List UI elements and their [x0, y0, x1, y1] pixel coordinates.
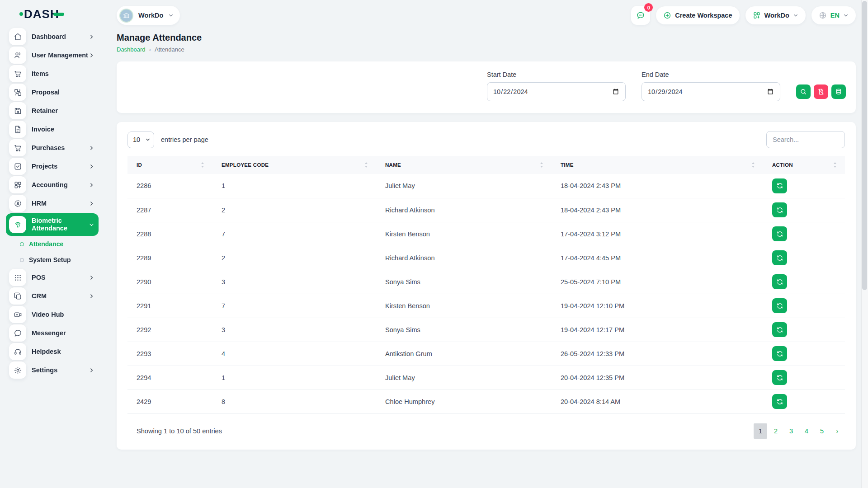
next-page-button[interactable]: ›: [830, 423, 844, 439]
cell-id: 2290: [127, 270, 212, 294]
sidebar-item-proposal[interactable]: Proposal: [6, 84, 99, 101]
file-slash-icon: [817, 88, 825, 95]
cell-action: [763, 389, 845, 413]
cell-id: 2429: [127, 389, 212, 413]
export-data-button[interactable]: [831, 84, 846, 99]
column-header-action[interactable]: ACTION: [763, 156, 845, 174]
sidebar-item-biometric-attendance[interactable]: Biometric Attendance: [6, 213, 99, 236]
column-header-employee-code[interactable]: EMPLOYEE CODE: [212, 156, 376, 174]
scrollbar-thumb[interactable]: [862, 1, 867, 290]
sidebar-subitem-system-setup[interactable]: System Setup: [20, 253, 99, 267]
cell-employee-code: 1: [212, 366, 376, 389]
sidebar-item-label: HRM: [32, 200, 47, 207]
scrollbar[interactable]: [861, 0, 868, 488]
end-date-input[interactable]: [642, 82, 780, 101]
cell-time: 18-04-2024 2:43 PM: [552, 198, 763, 222]
sidebar-item-purchases[interactable]: Purchases: [6, 139, 99, 156]
column-header-id[interactable]: ID: [127, 156, 212, 174]
sync-attendance-button[interactable]: [772, 370, 787, 385]
sidebar-item-retainer[interactable]: Retainer: [6, 102, 99, 119]
sync-attendance-button[interactable]: [772, 202, 787, 217]
apply-filter-button[interactable]: [796, 84, 811, 99]
sync-attendance-button[interactable]: [772, 346, 787, 361]
sidebar-item-settings[interactable]: Settings: [6, 361, 99, 379]
sync-attendance-button[interactable]: [772, 226, 787, 241]
table-controls: 10 entries per page: [127, 131, 845, 148]
sidebar-item-label: Proposal: [32, 89, 60, 96]
sidebar-item-video-hub[interactable]: Video Hub: [6, 306, 99, 323]
breadcrumb-current: Attendance: [155, 46, 184, 53]
sort-icon[interactable]: [201, 162, 204, 168]
sidebar-item-label: Invoice: [32, 126, 54, 133]
page-button-5[interactable]: 5: [815, 423, 829, 439]
sync-attendance-button[interactable]: [772, 250, 787, 265]
app-logo[interactable]: DASH: [19, 8, 64, 20]
language-selector[interactable]: EN: [811, 6, 856, 24]
cell-name: Kirsten Benson: [376, 294, 552, 318]
end-date-label: End Date: [642, 71, 780, 78]
column-header-name[interactable]: NAME: [376, 156, 552, 174]
sidebar-item-crm[interactable]: CRM: [6, 287, 99, 305]
cell-employee-code: 2: [212, 246, 376, 270]
sidebar-nav: DashboardUser ManagementItemsProposalRet…: [6, 28, 99, 379]
workspace-avatar-building-icon: [119, 9, 133, 23]
page-button-3[interactable]: 3: [784, 423, 798, 439]
table-row: 22861Juliet May18-04-2024 2:43 PM: [127, 174, 845, 198]
table-search-input[interactable]: [766, 131, 845, 148]
create-workspace-label: Create Workspace: [675, 12, 732, 19]
search-icon: [800, 88, 807, 95]
sidebar-item-items[interactable]: Items: [6, 65, 99, 82]
breadcrumb-dashboard-link[interactable]: Dashboard: [117, 46, 146, 53]
sidebar-item-dashboard[interactable]: Dashboard: [6, 28, 99, 45]
sidebar-subitem-attendance[interactable]: Attendance: [20, 237, 99, 251]
page-button-1[interactable]: 1: [754, 423, 767, 439]
table-row: 22941Juliet May20-04-2024 12:35 PM: [127, 366, 845, 389]
cell-name: Richard Atkinson: [376, 246, 552, 270]
page-head: Manage Attendance Dashboard › Attendance: [117, 33, 856, 53]
sidebar-item-messenger[interactable]: Messenger: [6, 324, 99, 342]
sidebar-item-label: Biometric Attendance: [32, 217, 79, 232]
sidebar-item-hrm[interactable]: HRM: [6, 195, 99, 212]
cart-icon: [9, 139, 26, 156]
refresh-icon: [776, 230, 783, 238]
start-date-input[interactable]: [487, 82, 626, 101]
page-button-2[interactable]: 2: [769, 423, 783, 439]
sidebar-item-user-management[interactable]: User Management: [6, 47, 99, 64]
page-size-select[interactable]: 10: [127, 131, 154, 148]
sidebar-item-projects[interactable]: Projects: [6, 158, 99, 175]
logo-dot-accent: [19, 12, 23, 16]
page-size-select-wrap: 10: [127, 131, 154, 148]
showing-entries-text: Showing 1 to 10 of 50 entries: [137, 427, 222, 435]
workspace-selector[interactable]: WorkDo: [117, 6, 180, 25]
sync-attendance-button[interactable]: [772, 298, 787, 313]
chevron-right-icon: [89, 367, 94, 373]
sidebar-item-label: User Management: [32, 52, 88, 59]
sidebar-item-label: CRM: [32, 292, 47, 300]
messages-button[interactable]: 0: [631, 6, 650, 25]
sidebar-item-label: Retainer: [32, 107, 58, 115]
sync-attendance-button[interactable]: [772, 274, 787, 289]
sidebar-item-pos[interactable]: POS: [6, 269, 99, 286]
sort-icon[interactable]: [751, 162, 755, 168]
clear-filter-button[interactable]: [814, 84, 828, 99]
table-body: 22861Juliet May18-04-2024 2:43 PM22872Ri…: [127, 174, 845, 413]
invoice-icon: [9, 121, 26, 138]
sync-attendance-button[interactable]: [772, 178, 787, 193]
sidebar-item-invoice[interactable]: Invoice: [6, 121, 99, 138]
table-row: 22934Antikstion Grum26-05-2024 12:33 PM: [127, 342, 845, 366]
sync-attendance-button[interactable]: [772, 394, 787, 409]
sidebar-item-helpdesk[interactable]: Helpdesk: [6, 343, 99, 360]
sort-icon[interactable]: [364, 162, 368, 168]
sync-attendance-button[interactable]: [772, 322, 787, 337]
main-content: WorkDo 0 Create Workspace: [105, 0, 868, 450]
sort-icon[interactable]: [833, 162, 837, 168]
cell-id: 2293: [127, 342, 212, 366]
column-header-time[interactable]: TIME: [552, 156, 763, 174]
cell-employee-code: 7: [212, 222, 376, 246]
sort-icon[interactable]: [540, 162, 543, 168]
create-workspace-button[interactable]: Create Workspace: [656, 6, 739, 24]
app-menu-button[interactable]: WorkDo: [745, 6, 806, 24]
page-button-4[interactable]: 4: [800, 423, 813, 439]
sidebar-item-accounting[interactable]: Accounting: [6, 176, 99, 193]
cell-name: Sonya Sims: [376, 270, 552, 294]
